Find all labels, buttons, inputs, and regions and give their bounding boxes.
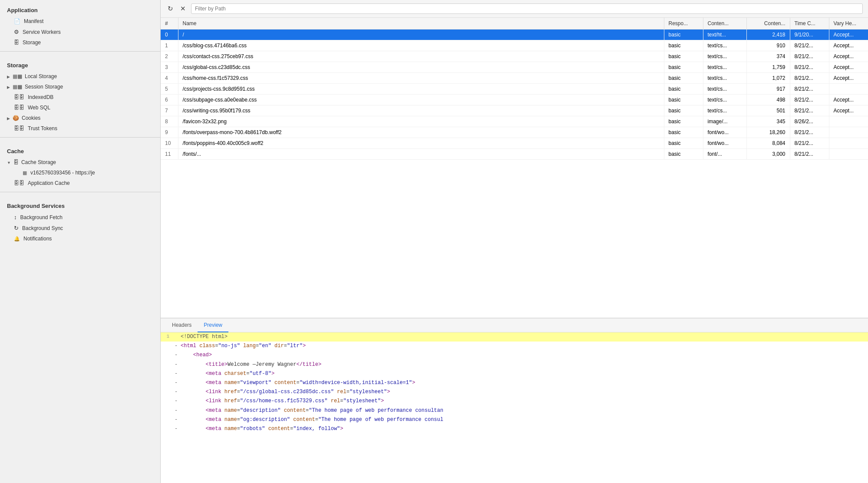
table-row[interactable]: 8 /favicon-32x32.png basic image/... 345… (161, 116, 868, 127)
col-header-response: Respo... (664, 18, 703, 30)
sidebar-item-local-storage[interactable]: ▦ Local Storage (0, 71, 160, 82)
sidebar: Application Manifest Service Workers Sto… (0, 0, 161, 483)
cell-response: basic (664, 40, 703, 51)
cell-num: 1 (161, 40, 178, 51)
cell-vary: Accept... (829, 73, 868, 84)
table-row[interactable]: 11 /fonts/... basic font/... 3,000 8/21/… (161, 149, 868, 160)
cell-time: 8/21/2... (790, 138, 829, 149)
code-line: - <meta name="description" content="The … (161, 406, 868, 415)
line-content: <link href="/css/global-css.c23d85dc.css… (181, 388, 390, 396)
cell-num: 6 (161, 95, 178, 105)
table-row[interactable]: 10 /fonts/poppins-400.40c005c9.woff2 bas… (161, 138, 868, 149)
cell-content-type: text/cs... (703, 51, 746, 62)
line-dash: - (175, 379, 181, 387)
col-header-time: Time C... (790, 18, 829, 30)
sidebar-item-indexeddb-label: IndexedDB (28, 94, 53, 100)
cell-num: 7 (161, 105, 178, 116)
grid-icon-local: ▦ (13, 73, 22, 79)
table-row[interactable]: 6 /css/subpage-css.a0e0eabe.css basic te… (161, 95, 868, 105)
cell-content-type: font/wo... (703, 138, 746, 149)
grid-icon-session: ▦ (13, 84, 22, 90)
cell-time: 9/1/20... (790, 30, 829, 40)
code-line: - <link href="/css/home-css.f1c57329.css… (161, 397, 868, 406)
cell-name: /css/global-css.c23d85dc.css (178, 62, 664, 73)
tab-headers[interactable]: Headers (166, 319, 198, 332)
table-row[interactable]: 5 /css/projects-css.9c8d9591.css basic t… (161, 84, 868, 95)
sidebar-item-storage-app-label: Storage (23, 39, 41, 46)
cell-response: basic (664, 51, 703, 62)
sidebar-item-manifest[interactable]: Manifest (0, 16, 160, 26)
line-content: <meta name="description" content="The ho… (181, 407, 443, 415)
line-content: <meta name="robots" content="index, foll… (181, 425, 343, 433)
table-row[interactable]: 9 /fonts/overpass-mono-700.4b8617db.woff… (161, 127, 868, 138)
sidebar-item-background-fetch-label: Background Fetch (20, 214, 63, 220)
cell-time: 8/21/2... (790, 40, 829, 51)
cell-name: /fonts/poppins-400.40c005c9.woff2 (178, 138, 664, 149)
preview-area: Headers Preview 1<!DOCTYPE html>-<html c… (161, 318, 868, 483)
sidebar-item-web-sql[interactable]: 🗄 Web SQL (0, 102, 160, 113)
sidebar-item-trust-tokens[interactable]: 🗄 Trust Tokens (0, 123, 160, 134)
line-content: <html class="no-js" lang="en" dir="ltr"> (181, 342, 306, 350)
table-row[interactable]: 0 / basic text/ht... 2,418 9/1/20... Acc… (161, 30, 868, 40)
filter-input[interactable] (191, 3, 863, 14)
table-scroll[interactable]: # Name Respo... Conten... Conten... Time… (161, 18, 868, 318)
sidebar-section-storage: Storage ▦ Local Storage ▦ Session Storag… (0, 55, 160, 134)
sidebar-item-cookies[interactable]: 🍪 Cookies (0, 113, 160, 123)
refresh-button[interactable]: ↻ (166, 4, 175, 13)
cell-name: / (178, 30, 664, 40)
table-row[interactable]: 2 /css/contact-css.275ceb97.css basic te… (161, 51, 868, 62)
cell-name: /css/home-css.f1c57329.css (178, 73, 664, 84)
db-icon-trust: 🗄 (14, 125, 24, 131)
tab-preview[interactable]: Preview (198, 319, 228, 332)
sidebar-item-notifications[interactable]: 🔔 Notifications (0, 233, 160, 244)
sidebar-item-cache-entry[interactable]: ▦ v1625760393456 - https://je (0, 168, 160, 178)
cell-vary: Accept... (829, 105, 868, 116)
cell-name: /favicon-32x32.png (178, 116, 664, 127)
line-content: <!DOCTYPE html> (181, 333, 228, 341)
preview-scroll-area[interactable]: 1<!DOCTYPE html>-<html class="no-js" lan… (161, 332, 868, 483)
sidebar-item-service-workers[interactable]: Service Workers (0, 26, 160, 37)
sync-icon: ↻ (14, 225, 19, 231)
table-area: # Name Respo... Conten... Conten... Time… (161, 18, 868, 318)
cell-content-type: text/cs... (703, 73, 746, 84)
sidebar-item-indexeddb[interactable]: 🗄 IndexedDB (0, 92, 160, 102)
cell-num: 10 (161, 138, 178, 149)
table-row[interactable]: 4 /css/home-css.f1c57329.css basic text/… (161, 73, 868, 84)
code-line: - <link href="/css/global-css.c23d85dc.c… (161, 388, 868, 397)
line-dash: - (175, 407, 181, 415)
cell-content-length: 8,084 (746, 138, 790, 149)
cell-name: /fonts/overpass-mono-700.4b8617db.woff2 (178, 127, 664, 138)
cell-num: 5 (161, 84, 178, 95)
sidebar-item-web-sql-label: Web SQL (28, 105, 50, 111)
line-dash: - (175, 425, 181, 433)
code-line: - <meta charset="utf-8"> (161, 369, 868, 378)
preview-content-wrapper: 1<!DOCTYPE html>-<html class="no-js" lan… (161, 332, 868, 483)
table-row[interactable]: 7 /css/writing-css.95b0f179.css basic te… (161, 105, 868, 116)
cell-content-length: 3,000 (746, 149, 790, 160)
sidebar-item-local-storage-label: Local Storage (25, 73, 57, 79)
db-icon-sql: 🗄 (14, 105, 24, 111)
table-row[interactable]: 1 /css/blog-css.47146ba6.css basic text/… (161, 40, 868, 51)
sidebar-item-storage-app[interactable]: Storage (0, 37, 160, 48)
cell-content-type: text/cs... (703, 62, 746, 73)
cell-time: 8/21/2... (790, 84, 829, 95)
cell-response: basic (664, 62, 703, 73)
main-content: ↻ ✕ # Name Respo... Conten... Conten... … (161, 0, 868, 483)
sidebar-item-cache-storage[interactable]: 🗄 Cache Storage (0, 157, 160, 168)
cell-vary: Accept... (829, 51, 868, 62)
table-body: 0 / basic text/ht... 2,418 9/1/20... Acc… (161, 30, 868, 160)
cell-num: 11 (161, 149, 178, 160)
sidebar-item-service-workers-label: Service Workers (23, 29, 61, 35)
line-dash: - (175, 416, 181, 424)
db-icon-app-cache: 🗄 (14, 180, 24, 186)
sidebar-item-cache-storage-label: Cache Storage (21, 159, 56, 165)
sidebar-item-background-sync[interactable]: ↻ Background Sync (0, 223, 160, 233)
sidebar-item-application-cache[interactable]: 🗄 Application Cache (0, 178, 160, 188)
table-row[interactable]: 3 /css/global-css.c23d85dc.css basic tex… (161, 62, 868, 73)
close-button[interactable]: ✕ (178, 4, 188, 13)
sidebar-divider-3 (0, 192, 160, 192)
sidebar-item-background-fetch[interactable]: ↕ Background Fetch (0, 212, 160, 223)
line-number: 1 (161, 333, 175, 341)
sidebar-item-cache-entry-label: v1625760393456 - https://je (30, 170, 95, 176)
sidebar-item-session-storage[interactable]: ▦ Session Storage (0, 82, 160, 92)
